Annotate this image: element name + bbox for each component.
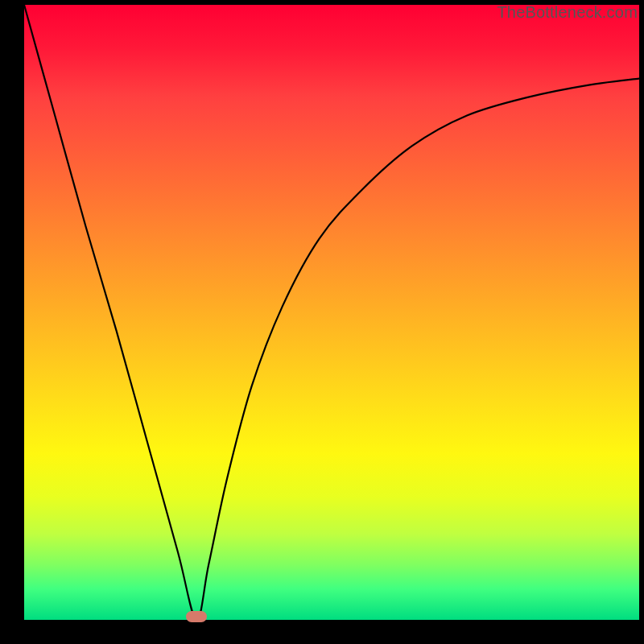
watermark-text: TheBottleneck.com [497, 3, 638, 22]
plot-area [24, 5, 639, 620]
curve-svg [24, 5, 639, 620]
min-marker [186, 611, 207, 622]
curve-path [24, 5, 639, 620]
chart-stage: TheBottleneck.com [0, 0, 644, 644]
